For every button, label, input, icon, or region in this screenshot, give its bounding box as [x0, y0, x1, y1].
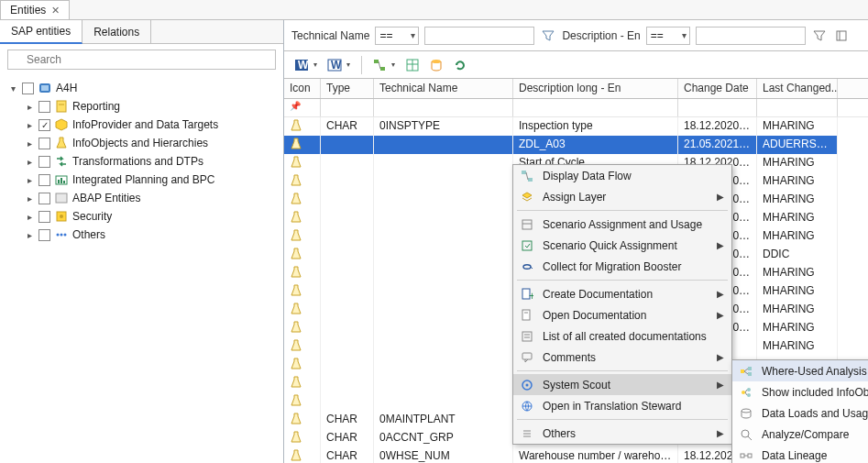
checkbox[interactable]: [38, 211, 50, 223]
word-icon[interactable]: W: [291, 55, 312, 75]
checkbox[interactable]: [38, 138, 50, 149]
cell-tech: [374, 282, 513, 301]
submenu-item[interactable]: Analyze/Compare: [732, 424, 868, 445]
menu-item[interactable]: Comments▶: [513, 347, 731, 368]
tree-item[interactable]: ▸Integrated Planning and BPC: [4, 171, 280, 189]
col-desc[interactable]: Description long - En: [513, 79, 678, 98]
filter-cell[interactable]: [678, 99, 757, 116]
word2-icon[interactable]: W: [324, 55, 345, 75]
col-date[interactable]: Change Date: [678, 79, 757, 98]
trans-icon: [519, 400, 535, 413]
others-icon: [519, 427, 535, 440]
menu-item[interactable]: +Create Documentation▶: [513, 283, 731, 304]
checkbox[interactable]: [38, 229, 50, 241]
tree-item[interactable]: ▸ABAP Entities: [4, 189, 280, 207]
filter-tech-input[interactable]: [424, 27, 534, 45]
filter-cell[interactable]: [374, 99, 513, 116]
filter-cell[interactable]: [321, 99, 374, 116]
svg-rect-23: [380, 67, 385, 71]
menu-item[interactable]: Display Data Flow: [513, 165, 731, 186]
menu-item-label: Scenario Quick Assignment: [543, 239, 677, 252]
table-row[interactable]: CHAR0INSPTYPEInspection type18.12.2020 1…: [284, 117, 868, 136]
tab-entities[interactable]: Entities ✕: [0, 0, 70, 19]
col-type[interactable]: Type: [321, 79, 374, 98]
cell-tech: [374, 172, 513, 191]
submenu-item[interactable]: Data Loads and Usages: [732, 402, 868, 424]
grid-icon[interactable]: [402, 55, 423, 75]
tab-sap-entities-label: SAP entities: [11, 25, 71, 38]
checkbox[interactable]: [22, 83, 34, 94]
twisty-icon[interactable]: ▸: [24, 230, 35, 240]
cell-user: MHARING: [757, 117, 838, 136]
tree-item[interactable]: ▸Security: [4, 207, 280, 226]
checkbox[interactable]: [38, 101, 50, 113]
checkbox[interactable]: [38, 156, 50, 168]
checkbox[interactable]: [38, 119, 50, 131]
twisty-icon[interactable]: ▸: [24, 212, 35, 222]
menu-item-label: Scenario Assignment and Usage: [543, 218, 702, 231]
flask-icon: [290, 449, 302, 462]
filter-funnel-icon[interactable]: [540, 28, 556, 44]
menu-item[interactable]: Open Documentation▶: [513, 304, 731, 325]
flow-icon[interactable]: [369, 55, 390, 75]
filter-desc-op[interactable]: ==: [646, 27, 690, 45]
tree-root[interactable]: ▾ A4H: [4, 79, 280, 97]
search-input[interactable]: [7, 50, 276, 70]
checkbox[interactable]: [38, 193, 50, 204]
menu-item[interactable]: System Scout▶: [513, 374, 731, 395]
col-tech[interactable]: Technical Name: [374, 79, 513, 98]
twisty-icon[interactable]: ▸: [24, 193, 35, 204]
close-icon[interactable]: ✕: [51, 5, 60, 17]
twisty-icon[interactable]: ▸: [24, 102, 35, 112]
twisty-icon[interactable]: ▾: [7, 83, 18, 94]
cell-user: MHARING: [757, 209, 838, 227]
svg-text:W: W: [298, 59, 309, 72]
menu-item[interactable]: Scenario Quick Assignment▶: [513, 235, 731, 256]
col-icon[interactable]: Icon: [284, 79, 321, 98]
menu-item[interactable]: Scenario Assignment and Usage: [513, 214, 731, 235]
tree-item-label: InfoObjects and Hierarchies: [72, 137, 208, 149]
cell-tech: [374, 264, 513, 282]
tree-item[interactable]: ▸InfoObjects and Hierarchies: [4, 134, 280, 152]
cell-icon: [284, 191, 321, 209]
cell-type: CHAR: [321, 117, 374, 136]
checkbox[interactable]: [38, 174, 50, 186]
menu-item[interactable]: List of all created documentations: [513, 325, 731, 347]
twisty-icon[interactable]: ▸: [24, 157, 35, 167]
twisty-icon[interactable]: ▸: [24, 175, 35, 185]
svg-line-53: [744, 371, 748, 374]
tree-item[interactable]: ▸Transformations and DTPs: [4, 152, 280, 171]
tab-entities-label: Entities: [10, 4, 46, 17]
tree-item[interactable]: ▸Reporting: [4, 97, 280, 116]
menu-item[interactable]: Collect for Migration Booster: [513, 256, 731, 277]
tree-item[interactable]: ▸Others: [4, 226, 280, 244]
table-row[interactable]: ZDL_A0321.05.2021 1...ADUERRSTEIN: [284, 136, 868, 154]
system-icon: [38, 81, 52, 95]
submenu-item[interactable]: Show included InfoObjects and their Data…: [732, 381, 868, 402]
db-icon[interactable]: [426, 55, 446, 75]
filter-pin-icon[interactable]: 📌: [284, 99, 321, 116]
cell-icon: [284, 392, 321, 411]
settings-icon[interactable]: [833, 28, 850, 44]
cell-type: [321, 374, 374, 392]
menu-item[interactable]: Others▶: [513, 423, 731, 444]
cell-user: MHARING: [757, 227, 838, 246]
menu-item[interactable]: Open in Translation Steward: [513, 395, 731, 416]
submenu-item[interactable]: Data Lineage: [732, 445, 868, 463]
filter-tech-op[interactable]: ==: [375, 27, 419, 45]
tab-sap-entities[interactable]: SAP entities: [0, 20, 82, 44]
tree-item[interactable]: ▸InfoProvider and Data Targets: [4, 116, 280, 134]
filter-icon[interactable]: [811, 28, 828, 44]
refresh-icon[interactable]: [450, 55, 470, 75]
svg-point-44: [526, 383, 529, 386]
submenu-item[interactable]: Where-Used Analysis: [732, 360, 868, 381]
filter-cell[interactable]: [757, 99, 838, 116]
tab-relations[interactable]: Relations: [82, 20, 151, 44]
analyze-icon: [738, 428, 754, 441]
filter-cell[interactable]: [513, 99, 678, 116]
twisty-icon[interactable]: ▸: [24, 138, 35, 149]
filter-desc-input[interactable]: [696, 27, 806, 45]
menu-item[interactable]: Assign Layer▶: [513, 186, 731, 207]
col-user[interactable]: Last Changed...: [757, 79, 838, 98]
twisty-icon[interactable]: ▸: [24, 120, 35, 130]
